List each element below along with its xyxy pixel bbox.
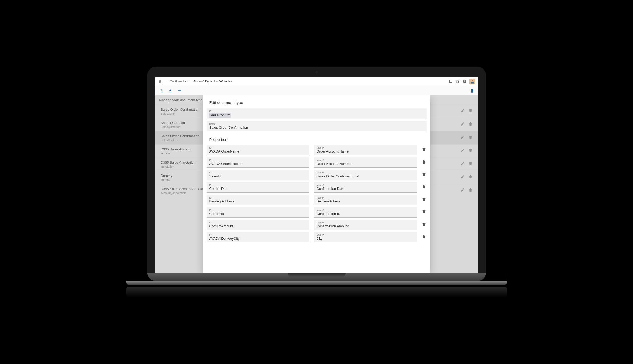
property-id-value: AVADAIDeliveryCity <box>209 236 307 241</box>
laptop-base <box>147 273 486 281</box>
property-name-label: Name* <box>317 159 414 162</box>
delete-icon[interactable] <box>421 222 427 228</box>
breadcrumb-separator: › <box>190 80 191 83</box>
avatar[interactable] <box>469 79 475 84</box>
id-field-label: ID* <box>209 110 424 113</box>
app-header: ‹ Configuration › Microsoft Dynamics 365… <box>155 77 478 86</box>
property-row: ID*AVADAIOrderNameName*Order Account Nam… <box>207 145 427 155</box>
back-icon[interactable]: ‹ <box>167 80 168 83</box>
property-name-value: Delivery Adress <box>317 199 414 204</box>
property-id-value: ConfirmId <box>209 211 307 216</box>
laptop-base-edge <box>126 281 507 285</box>
id-field[interactable]: ID* SalesConfirm <box>207 108 427 119</box>
property-name-label: Name* <box>317 196 414 199</box>
delete-icon[interactable] <box>421 210 427 215</box>
property-row: ID*AVADAIDeliveryCityName*City <box>207 232 427 242</box>
property-id-value: DeliveryAddress <box>209 199 307 204</box>
property-name-value: Order Account Name <box>317 149 414 154</box>
name-field[interactable]: Name* Sales Order Confirmation <box>207 121 427 131</box>
property-id-field[interactable]: ID*ConfirmDate <box>207 182 309 192</box>
property-row: ID*DeliveryAddressName*Delivery Adress <box>207 195 427 205</box>
property-id-value: SalesId <box>209 174 307 179</box>
properties-list: ID*AVADAIOrderNameName*Order Account Nam… <box>207 145 427 243</box>
property-name-field[interactable]: Name*Order Account Name <box>314 145 417 155</box>
property-name-field[interactable]: Name*Order Account Number <box>314 157 417 168</box>
property-id-field[interactable]: ID*SalesId <box>207 170 309 180</box>
properties-heading: Properties <box>207 133 427 145</box>
upload-icon[interactable] <box>159 89 163 93</box>
property-name-label: Name* <box>317 209 414 211</box>
property-id-label: ID* <box>209 209 307 211</box>
property-id-label: ID* <box>209 196 307 199</box>
property-name-field[interactable]: Name*City <box>314 232 417 242</box>
property-id-value: AVADAIOrderName <box>209 149 307 154</box>
property-name-label: Name* <box>317 146 414 149</box>
property-name-label: Name* <box>317 184 414 186</box>
download-icon[interactable] <box>168 89 172 93</box>
breadcrumb-link[interactable]: Configuration <box>170 80 187 83</box>
property-name-label: Name* <box>317 171 414 174</box>
name-field-value: Sales Order Confirmation <box>209 125 424 130</box>
property-id-label: ID* <box>209 221 307 224</box>
info-icon[interactable] <box>463 79 467 84</box>
property-row: ID*ConfirmAmountName*Confirmation Amount <box>207 220 427 230</box>
property-row: ID*ConfirmDateName*Confirmation Date <box>207 182 427 192</box>
property-id-field[interactable]: ID*AVADAIDeliveryCity <box>207 232 309 242</box>
laptop-camera <box>315 71 318 74</box>
property-id-field[interactable]: ID*ConfirmAmount <box>207 220 309 230</box>
property-name-value: Confirmation Date <box>317 186 414 191</box>
delete-icon[interactable] <box>421 235 427 240</box>
home-icon[interactable] <box>158 79 162 84</box>
property-name-field[interactable]: Name*Confirmation Date <box>314 182 417 192</box>
delete-icon[interactable] <box>421 147 427 153</box>
windows-icon[interactable] <box>456 79 460 84</box>
property-name-value: Confirmation Amount <box>317 224 414 229</box>
add-icon[interactable] <box>177 89 181 93</box>
property-name-value: Sales Order Confirmation Id <box>317 174 414 179</box>
property-name-label: Name* <box>317 221 414 224</box>
file-download-icon[interactable] <box>470 89 474 93</box>
property-row: ID*ConfirmIdName*Confirmation ID <box>207 207 427 218</box>
breadcrumb-current: Microsoft Dynamics 365 tables <box>192 80 232 83</box>
laptop-frame: ‹ Configuration › Microsoft Dynamics 365… <box>147 67 486 297</box>
laptop-bezel: ‹ Configuration › Microsoft Dynamics 365… <box>147 67 486 273</box>
property-id-label: ID* <box>209 234 307 236</box>
property-row: ID*SalesIdName*Sales Order Confirmation … <box>207 170 427 180</box>
toolbar <box>155 86 478 95</box>
property-id-label: ID* <box>209 171 307 174</box>
main-area: Manage your document types. Sales Order … <box>155 95 478 273</box>
property-name-field[interactable]: Name*Sales Order Confirmation Id <box>314 170 417 180</box>
property-id-label: ID* <box>209 184 307 186</box>
edit-document-type-modal: Edit document type ID* SalesConfirm Name… <box>203 95 430 273</box>
modal-body: ID* SalesConfirm Name* Sales Order Confi… <box>203 108 430 273</box>
property-id-value: ConfirmAmount <box>209 224 307 229</box>
delete-icon[interactable] <box>421 185 427 190</box>
property-id-value: ConfirmDate <box>209 186 307 191</box>
property-id-field[interactable]: ID*AVADAIOrderAccount <box>207 157 309 168</box>
property-id-field[interactable]: ID*AVADAIOrderName <box>207 145 309 155</box>
property-name-field[interactable]: Name*Confirmation Amount <box>314 220 417 230</box>
property-name-value: City <box>317 236 414 241</box>
property-id-label: ID* <box>209 159 307 162</box>
property-name-field[interactable]: Name*Confirmation ID <box>314 207 417 218</box>
svg-point-1 <box>472 80 473 81</box>
laptop-reflection <box>126 287 507 297</box>
property-name-value: Order Account Number <box>317 162 414 166</box>
laptop-notch <box>288 273 346 277</box>
property-row: ID*AVADAIOrderAccountName*Order Account … <box>207 157 427 168</box>
property-id-value: AVADAIOrderAccount <box>209 162 307 166</box>
property-name-value: Confirmation ID <box>317 211 414 216</box>
property-name-label: Name* <box>317 234 414 236</box>
id-field-value: SalesConfirm <box>209 113 231 118</box>
property-name-field[interactable]: Name*Delivery Adress <box>314 195 417 205</box>
property-id-label: ID* <box>209 146 307 149</box>
delete-icon[interactable] <box>421 160 427 165</box>
name-field-label: Name* <box>209 123 424 125</box>
modal-title: Edit document type <box>203 95 430 108</box>
property-id-field[interactable]: ID*ConfirmId <box>207 207 309 218</box>
delete-icon[interactable] <box>421 197 427 202</box>
app-screen: ‹ Configuration › Microsoft Dynamics 365… <box>155 77 478 273</box>
delete-icon[interactable] <box>421 172 427 178</box>
property-id-field[interactable]: ID*DeliveryAddress <box>207 195 309 205</box>
layout-icon[interactable] <box>449 79 453 84</box>
